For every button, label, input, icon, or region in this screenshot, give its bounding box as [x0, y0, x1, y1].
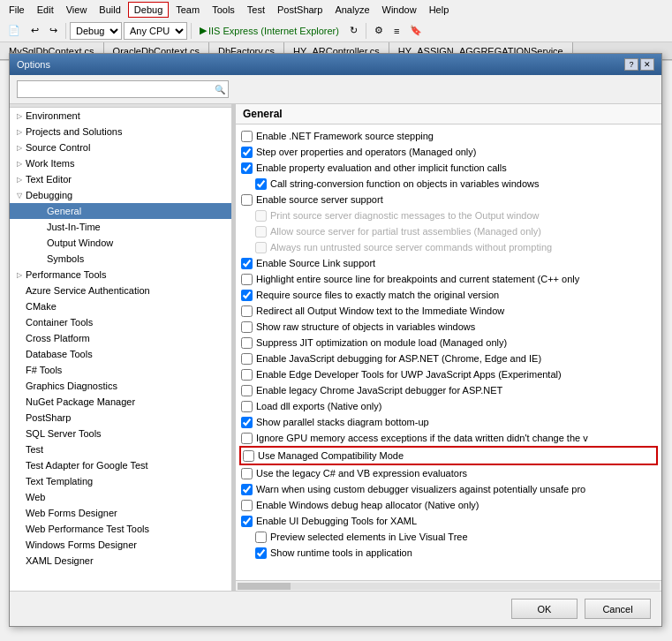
bottom-scrollbar[interactable] [236, 580, 661, 591]
cancel-button[interactable]: Cancel [585, 599, 651, 619]
tree-item-symbols[interactable]: Symbols [10, 251, 231, 267]
menu-test[interactable]: Test [242, 3, 270, 17]
search-input[interactable] [18, 84, 212, 94]
tree-item-container-tools[interactable]: Container Tools [10, 314, 231, 330]
cb-redirect-output[interactable] [241, 305, 253, 317]
search-icon[interactable]: 🔍 [212, 81, 228, 97]
cb-print-server-diag[interactable] [255, 210, 267, 222]
option-always-run-untrusted[interactable]: Always run untrusted source server comma… [239, 239, 658, 255]
cb-raw-structure[interactable] [241, 321, 253, 333]
cb-show-runtime[interactable] [255, 547, 267, 559]
option-redirect-output[interactable]: Redirect all Output Window text to the I… [239, 303, 658, 319]
cb-win-heap[interactable] [241, 500, 253, 511]
tree-item-test-adapter[interactable]: Test Adapter for Google Test [10, 457, 231, 473]
menu-window[interactable]: Window [377, 3, 422, 17]
tree-item-sql-server[interactable]: SQL Server Tools [10, 426, 231, 441]
cb-require-source[interactable] [241, 290, 253, 301]
menu-postsharp[interactable]: PostSharp [272, 3, 328, 17]
cb-highlight-source[interactable] [241, 274, 253, 285]
option-enable-net-stepping[interactable]: Enable .NET Framework source stepping [239, 128, 658, 144]
toolbar-extra3[interactable]: 🔖 [405, 21, 427, 41]
tree-item-database-tools[interactable]: Database Tools [10, 346, 231, 362]
tree-item-test[interactable]: Test [10, 441, 231, 457]
refresh-btn[interactable]: ↻ [345, 21, 362, 41]
option-ui-debug-xaml[interactable]: Enable UI Debugging Tools for XAML [239, 513, 658, 529]
option-enable-property-eval[interactable]: Enable property evaluation and other imp… [239, 160, 658, 176]
tree-item-work-items[interactable]: ▷ Work Items [10, 155, 231, 171]
option-enable-source-link[interactable]: Enable Source Link support [239, 255, 658, 271]
cb-edge-devtools[interactable] [241, 369, 253, 381]
tree-item-web-perf[interactable]: Web Performance Test Tools [10, 521, 231, 537]
option-suppress-jit[interactable]: Suppress JIT optimization on module load… [239, 335, 658, 351]
menu-tools[interactable]: Tools [207, 3, 240, 17]
tree-item-debugging[interactable]: ▽ Debugging [10, 187, 231, 203]
option-legacy-chrome[interactable]: Enable legacy Chrome JavaScript debugger… [239, 382, 658, 398]
option-enable-js-debug[interactable]: Enable JavaScript debugging for ASP.NET … [239, 351, 658, 366]
h-scrollbar-track[interactable] [238, 583, 660, 590]
option-preview-selected[interactable]: Preview selected elements in Live Visual… [239, 529, 658, 545]
tree-item-azure-auth[interactable]: Azure Service Authentication [10, 283, 231, 298]
option-allow-partial-trust[interactable]: Allow source server for partial trust as… [239, 223, 658, 239]
option-load-dll-exports[interactable]: Load dll exports (Native only) [239, 398, 658, 414]
cb-enable-net-stepping[interactable] [241, 131, 253, 142]
menu-debug[interactable]: Debug [128, 2, 169, 18]
dialog-close-btn[interactable]: ✕ [640, 58, 654, 71]
cb-step-over-properties[interactable] [241, 147, 253, 158]
tree-item-projects[interactable]: ▷ Projects and Solutions [10, 124, 231, 140]
toolbar-extra2[interactable]: ≡ [389, 21, 404, 41]
option-show-raw-structure[interactable]: Show raw structure of objects in variabl… [239, 319, 658, 335]
menu-build[interactable]: Build [94, 3, 125, 17]
option-enable-source-server[interactable]: Enable source server support [239, 192, 658, 207]
h-scrollbar-thumb[interactable] [238, 583, 291, 590]
cb-source-link[interactable] [241, 258, 253, 269]
cb-property-eval[interactable] [241, 162, 253, 174]
tree-item-fsharp[interactable]: F# Tools [10, 362, 231, 378]
option-call-string-conv[interactable]: Call string-conversion function on objec… [239, 176, 658, 192]
option-parallel-stacks[interactable]: Show parallel stacks diagram bottom-up [239, 414, 658, 430]
tree-item-web-forms[interactable]: Web Forms Designer [10, 505, 231, 521]
cb-string-conv[interactable] [255, 178, 267, 190]
cb-untrusted[interactable] [255, 242, 267, 253]
toolbar-extra1[interactable]: ⚙ [370, 21, 388, 41]
tree-item-winforms[interactable]: Windows Forms Designer [10, 537, 231, 553]
option-ignore-gpu[interactable]: Ignore GPU memory access exceptions if t… [239, 430, 658, 446]
option-require-source-files[interactable]: Require source files to exactly match th… [239, 287, 658, 303]
cb-js-debug[interactable] [241, 353, 253, 365]
cb-load-dll[interactable] [241, 401, 253, 412]
option-warn-custom-visualizers[interactable]: Warn when using custom debugger visualiz… [239, 481, 658, 497]
menu-edit[interactable]: Edit [32, 3, 59, 17]
cb-suppress-jit[interactable] [241, 337, 253, 349]
cb-warn-visualizers[interactable] [241, 484, 253, 495]
tree-item-cross-platform[interactable]: Cross Platform [10, 330, 231, 346]
tree-item-text-editor[interactable]: ▷ Text Editor [10, 171, 231, 187]
cb-legacy-chrome[interactable] [241, 385, 253, 396]
cb-legacy-eval[interactable] [241, 468, 253, 479]
tree-item-postsharp[interactable]: PostSharp [10, 410, 231, 426]
option-enable-edge-devtools[interactable]: Enable Edge Developer Tools for UWP Java… [239, 366, 658, 382]
tree-item-text-templating[interactable]: Text Templating [10, 473, 231, 489]
cb-source-server[interactable] [241, 194, 253, 206]
option-show-runtime-tools[interactable]: Show runtime tools in application [239, 545, 658, 561]
option-highlight-source-line[interactable]: Highlight entire source line for breakpo… [239, 271, 658, 287]
cb-parallel-stacks[interactable] [241, 417, 253, 428]
debug-config-dropdown[interactable]: Debug [70, 22, 122, 40]
tree-item-xaml[interactable]: XAML Designer [10, 553, 231, 569]
tree-item-cmake[interactable]: CMake [10, 298, 231, 314]
option-win-debug-heap[interactable]: Enable Windows debug heap allocator (Nat… [239, 497, 658, 513]
tree-item-just-in-time[interactable]: Just-In-Time [10, 219, 231, 235]
toolbar-new[interactable]: 📄 [4, 21, 25, 41]
cb-managed-compat[interactable] [243, 450, 254, 462]
run-button[interactable]: ▶ IIS Express (Internet Explorer) [195, 21, 344, 41]
ok-button[interactable]: OK [511, 599, 578, 619]
cb-ignore-gpu[interactable] [241, 433, 253, 444]
tree-item-nuget[interactable]: NuGet Package Manager [10, 394, 231, 410]
menu-help[interactable]: Help [424, 3, 455, 17]
option-print-server-diag[interactable]: Print source server diagnostic messages … [239, 207, 658, 223]
option-managed-compat[interactable]: Use Managed Compatibility Mode [239, 446, 658, 465]
tree-item-perf-tools[interactable]: ▷ Performance Tools [10, 267, 231, 283]
menu-team[interactable]: Team [170, 3, 205, 17]
tree-item-web[interactable]: Web [10, 489, 231, 505]
option-legacy-evaluators[interactable]: Use the legacy C# and VB expression eval… [239, 465, 658, 481]
menu-analyze[interactable]: Analyze [329, 3, 374, 17]
tree-item-output-window[interactable]: Output Window [10, 235, 231, 251]
